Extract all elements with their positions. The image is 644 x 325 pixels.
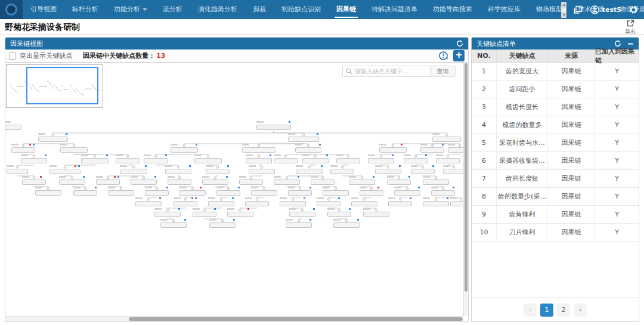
diagram-node[interactable] bbox=[280, 201, 306, 206]
diagram-node[interactable] bbox=[120, 169, 147, 174]
diagram-node[interactable] bbox=[174, 201, 197, 206]
prev-page-button[interactable]: ‹ bbox=[524, 304, 537, 317]
diagram-node[interactable] bbox=[311, 179, 335, 185]
diagram-node[interactable] bbox=[379, 147, 407, 153]
table-row[interactable]: 9齿角锋利因果链Y bbox=[472, 206, 639, 224]
diagram-node[interactable] bbox=[436, 158, 460, 163]
nav-item-引导视图[interactable]: 引导视图 bbox=[23, 0, 64, 19]
collapse-minus-icon[interactable] bbox=[627, 41, 634, 47]
nav-item-标杆分析[interactable]: 标杆分析 bbox=[64, 0, 106, 19]
diagram-node[interactable] bbox=[60, 147, 88, 153]
diagram-node[interactable] bbox=[351, 201, 377, 206]
diagram-node[interactable] bbox=[423, 179, 449, 185]
table-row[interactable]: 8齿的数量少(采...因果链Y bbox=[472, 188, 639, 206]
diagram-node[interactable] bbox=[246, 158, 272, 163]
diagram-node[interactable] bbox=[375, 169, 401, 174]
diagram-node[interactable] bbox=[49, 169, 80, 174]
diagram-node[interactable] bbox=[171, 147, 198, 153]
diagram-node[interactable] bbox=[73, 190, 97, 196]
diagram-node[interactable] bbox=[38, 137, 68, 142]
horizontal-scrollbar[interactable] bbox=[5, 316, 463, 321]
diagram-node[interactable] bbox=[363, 212, 389, 217]
table-row[interactable]: 3梳齿长度长因果链Y bbox=[472, 98, 639, 116]
diagram-node[interactable] bbox=[11, 147, 35, 153]
diagram-node[interactable] bbox=[333, 222, 360, 228]
diagram-node[interactable] bbox=[349, 179, 375, 185]
diagram-node[interactable] bbox=[249, 169, 275, 174]
nav-scrollbar[interactable] bbox=[561, 2, 566, 18]
diagram-node[interactable] bbox=[194, 158, 222, 163]
next-page-button[interactable]: › bbox=[574, 304, 587, 317]
diagram-node[interactable] bbox=[288, 190, 312, 196]
nav-item-因果链[interactable]: 因果链 bbox=[329, 0, 364, 19]
diagram-node[interactable] bbox=[336, 158, 360, 163]
diagram-node[interactable] bbox=[330, 169, 354, 174]
diagram-node[interactable] bbox=[289, 212, 315, 217]
diagram-node[interactable] bbox=[423, 201, 449, 206]
diagram-node[interactable] bbox=[286, 222, 312, 228]
diagram-node[interactable] bbox=[420, 147, 444, 153]
nav-item-演化趋势分析[interactable]: 演化趋势分析 bbox=[190, 0, 245, 19]
diagram-node[interactable] bbox=[256, 125, 291, 130]
diagram-node[interactable] bbox=[35, 190, 61, 196]
diagram-node[interactable] bbox=[81, 158, 109, 163]
nav-item-功能分析[interactable]: 功能分析 bbox=[106, 0, 155, 19]
history-icon[interactable] bbox=[438, 51, 448, 61]
diagram-node[interactable] bbox=[193, 212, 216, 217]
diagram-node[interactable] bbox=[432, 137, 461, 142]
settings-gear-icon[interactable] bbox=[629, 5, 638, 14]
diagram-node[interactable] bbox=[165, 169, 191, 174]
diagram-node[interactable] bbox=[168, 179, 191, 185]
table-row[interactable]: 4梳齿的数量多因果链Y bbox=[472, 116, 639, 134]
nav-item-初始缺点识别[interactable]: 初始缺点识别 bbox=[274, 0, 329, 19]
diagram-node[interactable] bbox=[302, 158, 329, 163]
diagram-node[interactable] bbox=[443, 169, 465, 174]
table-row[interactable]: 2齿间距小因果链Y bbox=[472, 81, 639, 98]
diagram-node[interactable] bbox=[387, 179, 411, 185]
table-row[interactable]: 6采摘器收集袋...因果链Y bbox=[472, 152, 639, 170]
page-button-1[interactable]: 1 bbox=[540, 304, 553, 317]
diagram-node[interactable] bbox=[208, 201, 234, 206]
diagram-node[interactable] bbox=[22, 179, 46, 185]
diagram-node[interactable] bbox=[323, 190, 349, 196]
export-button[interactable]: 导出 bbox=[621, 20, 639, 36]
defect-search-input[interactable] bbox=[342, 66, 430, 77]
v-scroll-thumb[interactable] bbox=[465, 63, 467, 292]
diagram-node[interactable] bbox=[245, 201, 269, 206]
nav-item-科学效应库[interactable]: 科学效应库 bbox=[480, 0, 528, 19]
page-button-2[interactable]: 2 bbox=[557, 304, 570, 317]
diagram-node[interactable] bbox=[388, 201, 412, 206]
diagram-node[interactable] bbox=[116, 158, 140, 163]
diagram-node[interactable] bbox=[239, 179, 263, 185]
table-row[interactable]: 1齿的宽度大因果链Y bbox=[472, 63, 639, 81]
app-logo[interactable] bbox=[0, 0, 23, 19]
diagram-node[interactable] bbox=[96, 179, 120, 185]
diagram-node[interactable] bbox=[21, 158, 47, 163]
diagram-node[interactable] bbox=[360, 190, 383, 196]
diagram-node[interactable] bbox=[368, 158, 394, 163]
minimap-viewport[interactable] bbox=[26, 67, 98, 104]
h-scroll-thumb[interactable] bbox=[129, 317, 463, 321]
diagram-node[interactable] bbox=[394, 190, 420, 196]
nav-item-剪裁[interactable]: 剪裁 bbox=[245, 0, 274, 19]
diagram-node[interactable] bbox=[274, 179, 300, 185]
highlight-key-defects-checkbox[interactable] bbox=[9, 52, 16, 60]
diagram-node[interactable] bbox=[145, 190, 169, 196]
table-row[interactable]: 5采花时齿与水...因果链Y bbox=[472, 134, 639, 152]
diagram-node[interactable] bbox=[59, 179, 85, 185]
diagram-node[interactable] bbox=[135, 201, 162, 206]
diagram-node[interactable] bbox=[144, 158, 168, 163]
add-node-button[interactable]: + bbox=[453, 50, 465, 61]
refresh-icon[interactable] bbox=[614, 40, 621, 47]
diagram-node[interactable] bbox=[206, 169, 230, 174]
search-query-button[interactable]: 查询 bbox=[430, 66, 456, 77]
nav-item-功能导向搜索[interactable]: 功能导向搜索 bbox=[425, 0, 480, 19]
diagram-node[interactable] bbox=[160, 222, 187, 228]
diagram-node[interactable] bbox=[131, 179, 157, 185]
refresh-icon[interactable] bbox=[456, 40, 463, 47]
diagram-node[interactable] bbox=[251, 190, 277, 196]
nav-item-待解决问题清单[interactable]: 待解决问题清单 bbox=[364, 0, 425, 19]
diagram-canvas[interactable]: 查询 bbox=[5, 62, 468, 321]
diagram-node[interactable] bbox=[242, 147, 275, 153]
diagram-node[interactable] bbox=[274, 158, 298, 163]
